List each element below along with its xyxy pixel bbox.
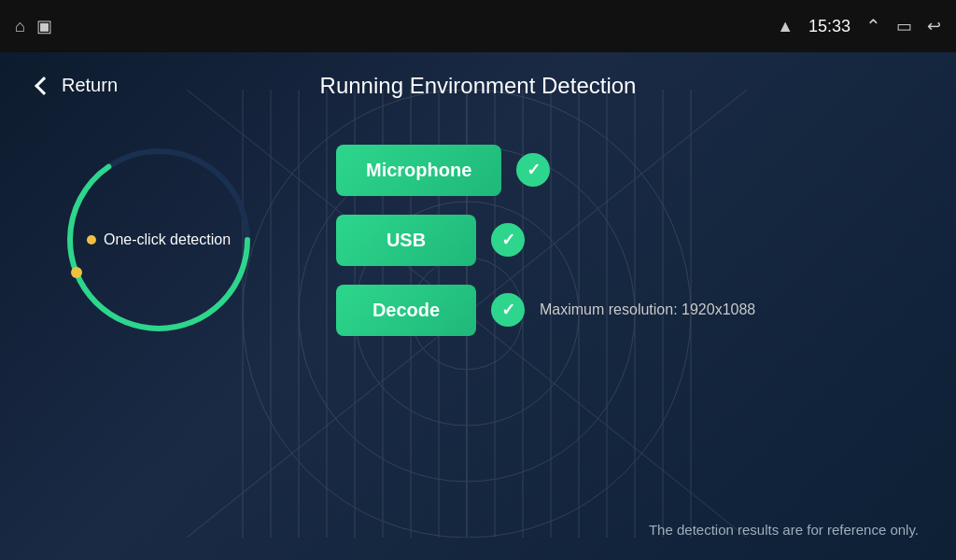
svg-point-29 bbox=[71, 267, 82, 278]
detection-row-usb: USB ✓ bbox=[336, 215, 900, 266]
header: Return Running Environment Detection bbox=[0, 52, 956, 119]
window-icon[interactable]: ▭ bbox=[896, 16, 912, 36]
circle-detection[interactable]: One-click detection bbox=[56, 137, 261, 343]
circle-label-text: One-click detection bbox=[104, 231, 231, 248]
clock: 15:33 bbox=[808, 17, 851, 36]
microphone-check: ✓ bbox=[516, 153, 550, 187]
up-arrow-icon: ⌃ bbox=[865, 15, 881, 37]
decode-check: ✓ bbox=[491, 293, 525, 327]
yellow-dot bbox=[87, 235, 96, 245]
status-right-icons: ▲ 15:33 ⌃ ▭ ↩ bbox=[777, 15, 941, 37]
chevron-left-icon bbox=[35, 77, 53, 95]
decode-button[interactable]: Decode bbox=[336, 285, 476, 336]
detection-row-microphone: Microphone ✓ bbox=[336, 145, 900, 196]
check-icon-microphone: ✓ bbox=[527, 160, 541, 180]
detection-items-list: Microphone ✓ USB ✓ Decode ✓ Ma bbox=[336, 145, 900, 336]
status-left-icons: ⌂ ▣ bbox=[15, 16, 52, 36]
return-button[interactable]: Return bbox=[37, 75, 118, 96]
image-icon[interactable]: ▣ bbox=[36, 16, 52, 36]
bottom-note: The detection results are for reference … bbox=[649, 522, 919, 538]
home-icon[interactable]: ⌂ bbox=[15, 17, 25, 36]
return-label: Return bbox=[62, 75, 118, 96]
content-area: One-click detection Microphone ✓ USB ✓ bbox=[0, 119, 956, 361]
back-icon[interactable]: ↩ bbox=[927, 16, 941, 36]
microphone-button[interactable]: Microphone bbox=[336, 145, 501, 196]
usb-button[interactable]: USB bbox=[336, 215, 476, 266]
status-bar: ⌂ ▣ ▲ 15:33 ⌃ ▭ ↩ bbox=[0, 0, 956, 52]
detection-row-decode: Decode ✓ Maximum resolution: 1920x1088 bbox=[336, 285, 900, 336]
check-icon-decode: ✓ bbox=[501, 300, 515, 320]
wifi-icon: ▲ bbox=[777, 17, 794, 36]
circle-label: One-click detection bbox=[87, 231, 231, 248]
usb-check: ✓ bbox=[491, 223, 525, 257]
main-area: Return Running Environment Detection One… bbox=[0, 52, 956, 560]
page-title: Running Environment Detection bbox=[320, 73, 637, 99]
decode-info: Maximum resolution: 1920x1088 bbox=[540, 301, 755, 318]
check-icon-usb: ✓ bbox=[501, 230, 515, 250]
